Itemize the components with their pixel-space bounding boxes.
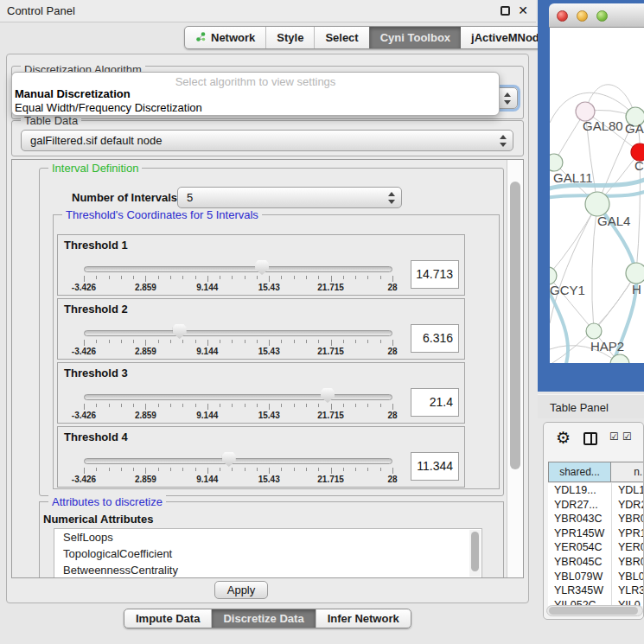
tab-infer-network[interactable]: Infer Network xyxy=(316,609,411,628)
tab-cyni-toolbox[interactable]: Cyni Toolbox xyxy=(369,27,461,48)
tick-label: 28 xyxy=(387,475,397,484)
tick-mark xyxy=(121,404,122,407)
numerical-attributes-label: Numerical Attributes xyxy=(43,513,153,526)
table-row[interactable]: YER054CYER0 xyxy=(548,540,644,555)
list-item[interactable]: SelfLoops xyxy=(54,529,481,545)
list-item[interactable]: BetweennessCentrality xyxy=(54,562,481,578)
tick-mark xyxy=(109,468,110,471)
tick-mark xyxy=(207,340,208,346)
tick-mark xyxy=(281,468,282,471)
table-cell: YER054C xyxy=(548,540,611,555)
table-row[interactable]: YPR145WYPR1 xyxy=(548,526,644,541)
tick-label: -3.426 xyxy=(72,347,96,356)
list-scrollbar[interactable] xyxy=(469,530,481,577)
mac-zoom-button[interactable] xyxy=(596,10,608,22)
combo-arrows-icon xyxy=(504,92,511,105)
vertical-scrollbar-thumb[interactable] xyxy=(510,182,520,469)
tick-mark xyxy=(331,340,332,346)
mac-minimize-button[interactable] xyxy=(577,10,588,22)
number-of-intervals-combo[interactable]: 5 xyxy=(177,187,402,208)
tick-mark xyxy=(195,468,196,471)
tick-mark xyxy=(158,276,159,279)
table-row[interactable]: YBR043CYBR0 xyxy=(548,512,644,526)
tick-mark xyxy=(182,404,183,407)
table-row[interactable]: YDR27...YDR2 xyxy=(548,498,644,513)
network-canvas[interactable]: GAL80GACGAL11GAL4GCY1HHAP2 xyxy=(550,28,644,363)
tick-mark xyxy=(220,404,220,407)
threshold-value-field[interactable]: 21.4 xyxy=(411,388,459,417)
gear-icon[interactable]: ⚙ xyxy=(556,430,571,446)
network-window-titlebar[interactable] xyxy=(549,3,644,28)
numerical-attributes-list[interactable]: SelfLoopsTopologicalCoefficientBetweenne… xyxy=(54,528,482,578)
close-icon[interactable]: ✕ xyxy=(518,3,528,17)
tab-discretize-data[interactable]: Discretize Data xyxy=(211,609,315,628)
slider-track[interactable] xyxy=(84,394,392,400)
network-node xyxy=(626,263,644,284)
checkbox-icon[interactable]: ☑ xyxy=(622,431,632,442)
tick-mark xyxy=(380,340,381,343)
slider-thumb[interactable] xyxy=(321,388,335,403)
menu-item-equal-width-frequency[interactable]: Equal Width/Frequency Discretization xyxy=(15,101,202,114)
tick-mark xyxy=(269,276,270,282)
tick-mark xyxy=(145,404,146,410)
slider-thumb[interactable] xyxy=(255,260,269,275)
tick-mark xyxy=(294,468,295,471)
tick-label: 21.715 xyxy=(317,347,344,356)
table-cell: YBR0 xyxy=(611,512,644,526)
float-window-icon[interactable] xyxy=(501,6,510,16)
network-node-label: GAL80 xyxy=(583,118,623,133)
column-header-shared-name[interactable]: shared... xyxy=(548,462,611,482)
tab-select[interactable]: Select xyxy=(314,27,368,48)
threshold-value-field[interactable]: 11.344 xyxy=(411,452,459,481)
columns-icon[interactable] xyxy=(583,432,597,445)
slider-track[interactable] xyxy=(84,330,392,336)
table-row[interactable]: YDL19...YDL1 xyxy=(548,483,644,498)
apply-button[interactable]: Apply xyxy=(214,581,268,599)
tick-mark xyxy=(355,468,356,471)
table-row[interactable]: YLR345WYLR3 xyxy=(548,583,644,598)
network-node xyxy=(550,267,557,284)
tick-mark xyxy=(96,468,97,471)
tab-network[interactable]: Network xyxy=(185,27,265,48)
tick-mark xyxy=(84,468,85,474)
tick-label: 2.859 xyxy=(135,283,156,292)
table-row[interactable]: YBL079WYBL0 xyxy=(548,570,644,584)
horizontal-scrollbar[interactable] xyxy=(546,605,643,616)
list-scrollbar-thumb[interactable] xyxy=(471,532,479,571)
network-node-label: GCY1 xyxy=(550,283,585,297)
tick-mark xyxy=(331,276,332,282)
tick-mark xyxy=(158,340,159,343)
tick-mark xyxy=(182,468,183,471)
table-cell: YBL079W xyxy=(548,570,611,584)
threshold-value-field[interactable]: 14.713 xyxy=(411,260,459,289)
tick-mark xyxy=(331,404,332,410)
tick-mark xyxy=(170,276,171,279)
table-row[interactable]: YBR045CYBR0 xyxy=(548,555,644,570)
threshold-value-field[interactable]: 6.316 xyxy=(411,324,459,353)
network-node-label: GAL11 xyxy=(553,170,593,185)
threshold-label: Threshold 1 xyxy=(64,239,128,252)
tick-mark xyxy=(220,340,220,343)
tick-mark xyxy=(257,340,258,343)
threshold-coordinates-title: Threshold's Coordinates for 5 Intervals xyxy=(62,208,262,221)
list-item[interactable]: TopologicalCoefficient xyxy=(54,545,481,562)
table-data-combo[interactable]: galFiltered.sif default node xyxy=(21,130,513,151)
tab-style[interactable]: Style xyxy=(265,27,314,48)
tick-label: 28 xyxy=(387,411,397,420)
menu-item-manual-discretization[interactable]: Manual Discretization xyxy=(15,87,131,100)
network-node-label: HAP2 xyxy=(590,339,624,354)
mac-close-button[interactable] xyxy=(557,10,568,22)
horizontal-scrollbar-thumb[interactable] xyxy=(549,607,638,615)
column-header-name[interactable]: n... xyxy=(611,462,644,482)
tab-impute-data[interactable]: Impute Data xyxy=(124,609,211,628)
slider-track[interactable] xyxy=(84,458,392,464)
tick-mark xyxy=(84,404,85,410)
table-rows: YDL19...YDL1YDR27...YDR2YBR043CYBR0YPR14… xyxy=(548,483,644,606)
vertical-scrollbar[interactable] xyxy=(507,160,523,577)
checkbox-icon[interactable]: ☑ xyxy=(609,431,619,442)
slider-thumb[interactable] xyxy=(222,452,236,467)
slider-thumb[interactable] xyxy=(173,324,187,339)
slider-track[interactable] xyxy=(84,266,392,272)
tick-label: 2.859 xyxy=(135,475,156,484)
network-icon xyxy=(195,31,207,45)
